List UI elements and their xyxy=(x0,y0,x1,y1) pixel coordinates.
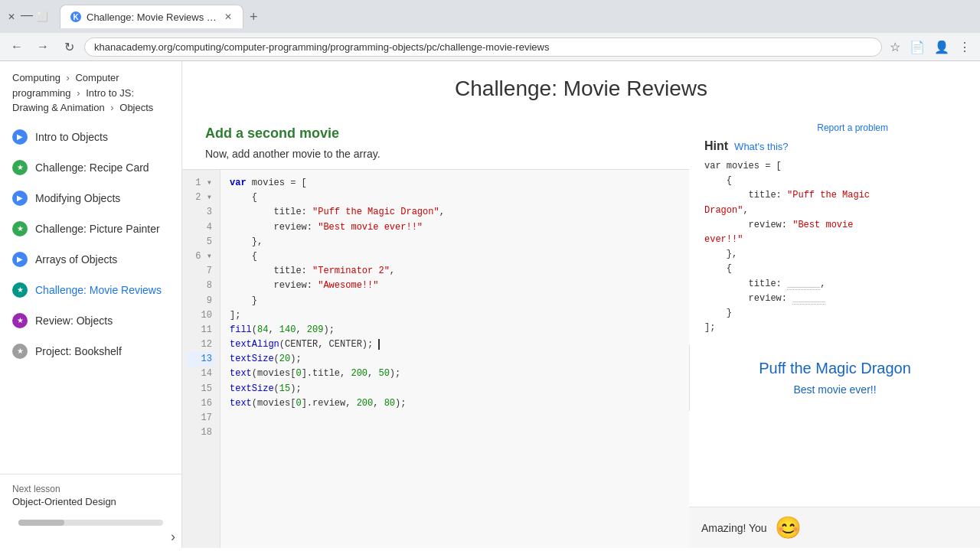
tab-close-button[interactable]: ✕ xyxy=(223,10,234,24)
sidebar-items: ▶ Intro to Objects ★ Challenge: Recipe C… xyxy=(0,122,181,474)
hint-header: Hint What's this? xyxy=(704,139,888,153)
hint-line-1: var movies = [ xyxy=(704,159,888,174)
line-num-10: 10 xyxy=(187,308,215,323)
code-line-6: { xyxy=(230,249,680,264)
line-num-11: 11 xyxy=(187,323,215,337)
sidebar-label-review-objects: Review: Objects xyxy=(35,315,113,327)
reload-button[interactable]: ↻ xyxy=(58,36,80,57)
code-line-7: title: "Terminator 2", xyxy=(230,264,680,279)
sidebar-label-intro-objects: Intro to Objects xyxy=(35,131,108,143)
breadcrumb-computing[interactable]: Computing xyxy=(12,72,60,83)
back-button[interactable]: ← xyxy=(6,36,28,57)
sidebar-icon-modifying-objects: ▶ xyxy=(12,191,28,206)
content-right: Report a problem Hint What's this? var m… xyxy=(689,113,980,548)
sidebar-item-challenge-recipe[interactable]: ★ Challenge: Recipe Card xyxy=(0,152,181,183)
code-line-14: textSize(20); xyxy=(230,352,680,367)
code-line-9: } xyxy=(230,294,680,308)
sidebar-item-arrays-objects[interactable]: ▶ Arrays of Objects xyxy=(0,244,181,275)
sidebar-label-challenge-movie: Challenge: Movie Reviews xyxy=(35,284,162,296)
line-num-15: 15 xyxy=(187,382,215,396)
profile-button[interactable]: 👤 xyxy=(931,37,952,57)
code-editor[interactable]: 1 ▾ 2 ▾ 3 4 5 6 ▾ 7 8 9 10 11 12 13 14 xyxy=(182,169,689,548)
sidebar-item-project-bookshelf[interactable]: ★ Project: Bookshelf xyxy=(0,336,181,367)
breadcrumb-objects: Objects xyxy=(119,102,153,113)
next-lesson-title[interactable]: Object-Oriented Design xyxy=(12,496,169,507)
line-num-3: 3 xyxy=(187,205,215,220)
code-line-4: review: "Best movie ever!!" xyxy=(230,220,680,235)
page-title: Challenge: Movie Reviews xyxy=(182,61,980,113)
hint-section: Report a problem Hint What's this? var m… xyxy=(689,113,903,344)
hint-label: Hint xyxy=(704,139,728,153)
code-line-3: title: "Puff the Magic Dragon", xyxy=(230,205,680,220)
sidebar-item-challenge-movie[interactable]: ★ Challenge: Movie Reviews xyxy=(0,275,181,305)
sidebar-label-challenge-recipe: Challenge: Recipe Card xyxy=(35,161,149,174)
line-num-14: 14 xyxy=(187,367,215,381)
sidebar-label-modifying-objects: Modifying Objects xyxy=(35,192,120,204)
sidebar-item-modifying-objects[interactable]: ▶ Modifying Objects xyxy=(0,183,181,214)
sidebar-label-project-bookshelf: Project: Bookshelf xyxy=(35,345,122,357)
sidebar-icon-challenge-recipe: ★ xyxy=(12,160,28,175)
hint-line-10: ]; xyxy=(704,321,888,335)
extension-button[interactable]: 📄 xyxy=(906,37,928,57)
line-num-13: 13 xyxy=(187,352,215,367)
sidebar-item-intro-objects[interactable]: ▶ Intro to Objects xyxy=(0,122,181,152)
sidebar-item-challenge-picture[interactable]: ★ Challenge: Picture Painter xyxy=(0,214,181,244)
new-tab-button[interactable]: + xyxy=(243,6,264,28)
browser-tab[interactable]: K Challenge: Movie Reviews | Obje... ✕ xyxy=(60,5,243,28)
svg-text:K: K xyxy=(73,13,79,21)
sidebar-icon-challenge-picture: ★ xyxy=(12,221,28,236)
code-line-16: textSize(15); xyxy=(230,382,680,396)
sidebar-scrollbar[interactable] xyxy=(18,520,163,526)
code-line-10: ]; xyxy=(230,308,680,323)
line-num-1: 1 ▾ xyxy=(187,176,215,191)
add-movie-section: Add a second movie Now, add another movi… xyxy=(182,113,689,169)
hint-line-5: }, xyxy=(704,247,888,262)
line-num-6: 6 ▾ xyxy=(187,249,215,264)
line-num-9: 9 xyxy=(187,294,215,308)
code-line-2: { xyxy=(230,191,680,205)
main-content: Challenge: Movie Reviews Add a second mo… xyxy=(182,61,980,548)
content-area: Add a second movie Now, add another movi… xyxy=(182,113,980,548)
sidebar-scrollbar-thumb xyxy=(18,520,64,526)
preview-movie-title: Puff the Magic Dragon xyxy=(759,360,911,377)
sidebar-expand-button[interactable]: › xyxy=(171,529,175,545)
amazing-text: Amazing! You xyxy=(701,522,767,534)
line-num-8: 8 xyxy=(187,279,215,293)
window-maximize-button[interactable]: ⬜ xyxy=(37,11,47,22)
line-num-7: 7 xyxy=(187,264,215,279)
sidebar-icon-project-bookshelf: ★ xyxy=(12,344,28,359)
preview-panel: Puff the Magic Dragon Best movie ever!! xyxy=(689,344,980,411)
sidebar: Computing › Computer programming › Intro… xyxy=(0,61,182,548)
next-lesson-label: Next lesson xyxy=(12,484,169,494)
window-close-button[interactable]: ✕ xyxy=(6,11,17,22)
hint-line-2: { xyxy=(704,174,888,188)
hint-what-link[interactable]: What's this? xyxy=(734,141,788,152)
sidebar-icon-challenge-movie: ★ xyxy=(12,282,28,298)
hint-line-4: review: "Best movie ever!!" xyxy=(704,218,888,247)
menu-button[interactable]: ⋮ xyxy=(956,37,974,57)
amazing-emoji: 😊 xyxy=(775,515,802,540)
line-num-18: 18 xyxy=(187,425,215,440)
sidebar-item-review-objects[interactable]: ★ Review: Objects xyxy=(0,305,181,336)
breadcrumb: Computing › Computer programming › Intro… xyxy=(0,61,181,122)
code-content[interactable]: var movies = [ { title: "Puff the Magic … xyxy=(220,170,689,548)
sidebar-icon-review-objects: ★ xyxy=(12,313,28,328)
add-movie-desc: Now, add another movie to the array. xyxy=(205,148,666,160)
address-bar[interactable] xyxy=(84,37,882,57)
code-line-17: text(movies[0].review, 200, 80); xyxy=(230,396,680,411)
next-lesson: Next lesson Object-Oriented Design xyxy=(0,474,181,517)
code-line-13: textAlign(CENTER, CENTER); xyxy=(230,337,680,352)
line-num-16: 16 xyxy=(187,396,215,411)
report-problem-link[interactable]: Report a problem xyxy=(704,122,888,133)
tab-label: Challenge: Movie Reviews | Obje... xyxy=(87,11,218,23)
line-num-17: 17 xyxy=(187,411,215,425)
line-num-5: 5 xyxy=(187,235,215,249)
window-minimize-button[interactable]: — xyxy=(21,10,32,21)
code-line-5: }, xyxy=(230,235,680,249)
forward-button[interactable]: → xyxy=(32,36,54,57)
bookmark-button[interactable]: ☆ xyxy=(887,37,903,57)
code-line-8: review: "Awesome!!" xyxy=(230,279,680,293)
hint-line-3: title: "Puff the Magic Dragon", xyxy=(704,188,888,217)
sidebar-label-challenge-picture: Challenge: Picture Painter xyxy=(35,223,160,235)
sidebar-icon-arrays-objects: ▶ xyxy=(12,252,28,267)
